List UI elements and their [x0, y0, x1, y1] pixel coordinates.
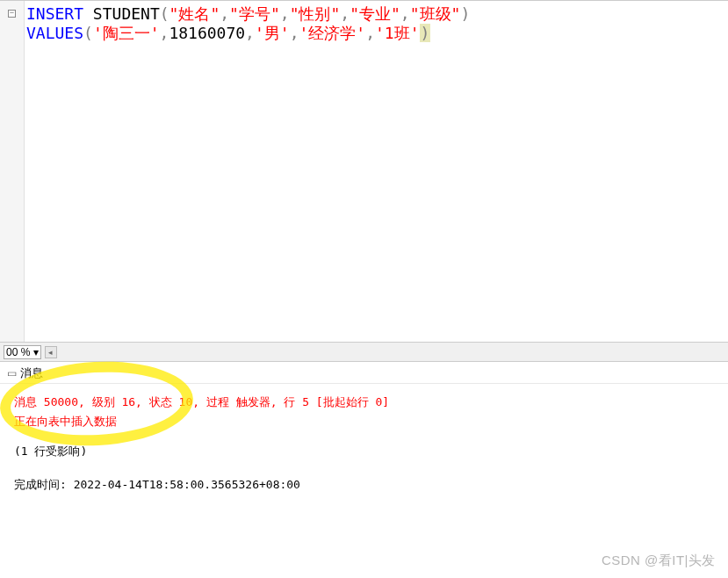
- info-message-line: 正在向表中插入数据: [14, 412, 714, 431]
- messages-tab-label: 消息: [20, 365, 43, 381]
- zoom-select[interactable]: 00 % ▾: [4, 345, 41, 359]
- paren: (: [160, 4, 169, 23]
- number-literal: 18160070: [169, 24, 245, 42]
- comma: ,: [400, 4, 410, 23]
- messages-body[interactable]: 消息 50000, 级别 16, 状态 10, 过程 触发器, 行 5 [批起始…: [0, 384, 728, 503]
- scroll-left-button[interactable]: ◂: [45, 346, 57, 358]
- fold-toggle-icon[interactable]: −: [8, 10, 16, 18]
- keyword-insert: INSERT: [26, 4, 83, 23]
- zoom-value: 00 %: [6, 346, 30, 358]
- comma: ,: [280, 4, 290, 23]
- sql-editor-pane[interactable]: − INSERT STUDENT("姓名","学号","性别","专业","班级…: [0, 0, 728, 343]
- code-text: STUDENT: [83, 4, 160, 23]
- messages-tab-header[interactable]: ▭ 消息: [0, 362, 728, 384]
- keyword-values: VALUES: [26, 24, 83, 42]
- editor-gutter: −: [0, 1, 25, 342]
- chevron-down-icon: ▾: [33, 346, 39, 358]
- string-literal: "学号": [229, 4, 280, 23]
- string-literal: "性别": [290, 4, 341, 23]
- paren: ): [460, 4, 470, 23]
- comma: ,: [160, 24, 169, 42]
- string-literal: '1班': [375, 24, 420, 42]
- spacer: [14, 461, 714, 475]
- string-literal: "姓名": [169, 4, 220, 23]
- comma: ,: [245, 24, 255, 42]
- string-literal: '经济学': [299, 24, 365, 42]
- code-area[interactable]: INSERT STUDENT("姓名","学号","性别","专业","班级")…: [25, 1, 728, 342]
- comma: ,: [365, 24, 375, 42]
- string-literal: "专业": [350, 4, 400, 23]
- comma: ,: [290, 24, 299, 42]
- spacer: [14, 431, 714, 442]
- comma: ,: [220, 4, 229, 23]
- error-message-line: 消息 50000, 级别 16, 状态 10, 过程 触发器, 行 5 [批起始…: [14, 393, 714, 412]
- string-literal: "班级": [410, 4, 461, 23]
- rows-affected-line: (1 行受影响): [14, 442, 714, 461]
- zoom-bar: 00 % ▾ ◂: [0, 343, 728, 362]
- paren: ): [420, 24, 431, 42]
- watermark-text: CSDN @看IT|头发: [602, 553, 716, 569]
- comma: ,: [340, 4, 350, 23]
- paren: (: [83, 24, 93, 42]
- messages-icon: ▭: [7, 367, 17, 379]
- string-literal: '男': [255, 24, 290, 42]
- string-literal: '陶三一': [93, 24, 160, 42]
- completion-time-line: 完成时间: 2022-04-14T18:58:00.3565326+08:00: [14, 475, 714, 495]
